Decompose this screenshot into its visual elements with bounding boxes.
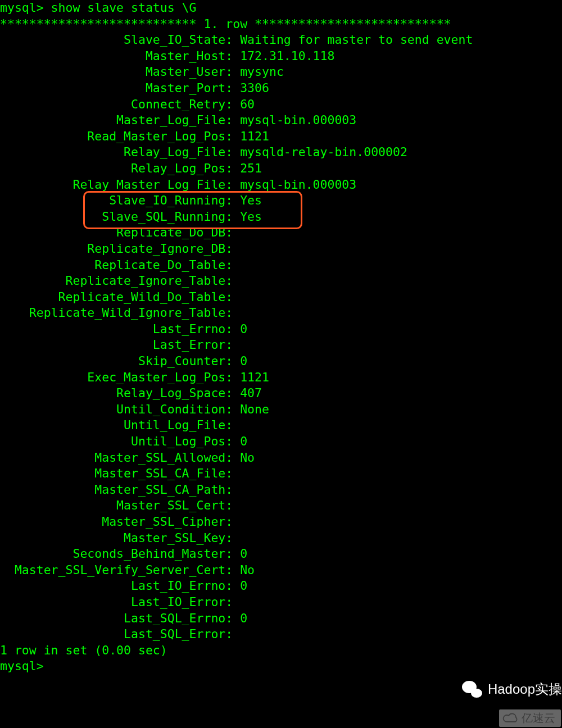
status-field: Master_SSL_Verify_Server_Cert: No: [0, 562, 562, 579]
status-field: Seconds_Behind_Master: 0: [0, 546, 562, 562]
status-field: Master_Host: 172.31.10.118: [0, 48, 562, 65]
status-field: Master_SSL_CA_File:: [0, 466, 562, 482]
status-field: Last_IO_Errno: 0: [0, 578, 562, 594]
prompt-line[interactable]: mysql>: [0, 658, 562, 675]
status-field: Relay_Master_Log_File: mysql-bin.000003: [0, 177, 562, 193]
status-field: Replicate_Wild_Ignore_Table:: [0, 305, 562, 321]
status-field: Replicate_Ignore_DB:: [0, 241, 562, 257]
status-field: Relay_Log_Pos: 251: [0, 161, 562, 177]
status-field: Skip_Counter: 0: [0, 353, 562, 370]
status-field: Exec_Master_Log_Pos: 1121: [0, 370, 562, 386]
status-field: Replicate_Do_DB:: [0, 225, 562, 241]
status-field: Master_SSL_Cipher:: [0, 514, 562, 530]
status-field: Master_User: mysync: [0, 64, 562, 80]
status-field: Last_SQL_Error:: [0, 626, 562, 643]
status-field: Connect_Retry: 60: [0, 97, 562, 113]
status-field: Relay_Log_File: mysqld-relay-bin.000002: [0, 144, 562, 161]
status-field: Replicate_Do_Table:: [0, 257, 562, 274]
wechat-watermark: Hadoop实操: [461, 680, 562, 699]
status-field: Replicate_Ignore_Table:: [0, 273, 562, 289]
wechat-label: Hadoop实操: [488, 680, 562, 698]
status-field: Replicate_Wild_Do_Table:: [0, 289, 562, 306]
status-field: Read_Master_Log_Pos: 1121: [0, 129, 562, 145]
status-field: Slave_IO_State: Waiting for master to se…: [0, 32, 562, 48]
status-field: Last_Errno: 0: [0, 321, 562, 338]
status-field: Master_Log_File: mysql-bin.000003: [0, 112, 562, 129]
status-field: Slave_IO_Running: Yes: [0, 193, 562, 209]
status-field: Until_Condition: None: [0, 402, 562, 418]
terminal-output[interactable]: mysql> show slave status \G*************…: [0, 0, 562, 675]
row-header: *************************** 1. row *****…: [0, 16, 562, 33]
status-field: Last_IO_Error:: [0, 594, 562, 611]
command-line[interactable]: mysql> show slave status \G: [0, 0, 562, 16]
status-field: Master_SSL_Cert:: [0, 498, 562, 514]
status-field: Relay_Log_Space: 407: [0, 385, 562, 402]
status-field: Master_SSL_Allowed: No: [0, 450, 562, 466]
status-field: Master_SSL_Key:: [0, 530, 562, 547]
status-field: Until_Log_File:: [0, 417, 562, 434]
status-field: Last_Error:: [0, 337, 562, 353]
result-footer: 1 row in set (0.00 sec): [0, 643, 562, 659]
yisu-label: 亿速云: [522, 711, 555, 726]
wechat-icon: [461, 680, 483, 699]
status-field: Master_Port: 3306: [0, 80, 562, 97]
status-field: Until_Log_Pos: 0: [0, 434, 562, 450]
status-field: Master_SSL_CA_Path:: [0, 482, 562, 498]
cloud-icon: [502, 713, 519, 724]
status-field: Slave_SQL_Running: Yes: [0, 209, 562, 225]
yisu-watermark: 亿速云: [499, 709, 561, 727]
status-field: Last_SQL_Errno: 0: [0, 611, 562, 627]
